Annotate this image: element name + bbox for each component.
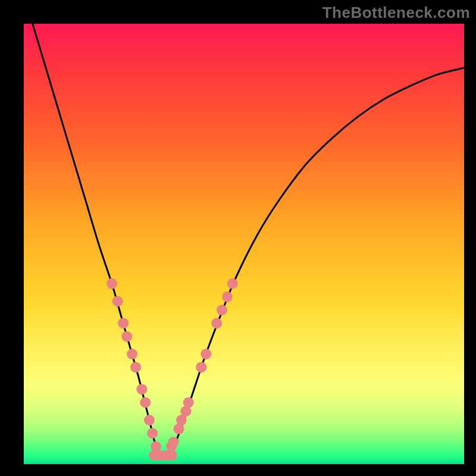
- watermark-text: TheBottleneck.com: [322, 4, 470, 22]
- marker-data-points-bottom: [163, 450, 177, 460]
- marker-data-points-left: [118, 318, 129, 328]
- marker-data-points-left: [144, 415, 155, 425]
- marker-data-points-left: [130, 362, 141, 372]
- marker-data-points-left: [140, 397, 151, 408]
- marker-data-points-right: [211, 318, 222, 328]
- marker-data-points-right: [201, 349, 211, 359]
- marker-data-points-left: [136, 384, 147, 394]
- marker-data-points-right: [196, 362, 206, 372]
- marker-data-points-right: [183, 397, 194, 408]
- marker-data-points-right: [227, 278, 238, 289]
- marker-layer: [107, 278, 238, 461]
- marker-data-points-left: [127, 349, 137, 359]
- curve-layer: [33, 24, 464, 456]
- series-bottleneck-curve: [33, 24, 464, 456]
- chart-svg: [24, 24, 464, 464]
- marker-data-points-right: [217, 305, 227, 315]
- marker-data-points-left: [107, 278, 117, 289]
- marker-data-points-left: [121, 331, 132, 342]
- plot-area: [24, 24, 464, 464]
- marker-data-points-left: [112, 296, 123, 306]
- marker-data-points-left: [151, 441, 161, 452]
- marker-data-points-right: [168, 437, 179, 447]
- marker-data-points-left: [147, 428, 158, 439]
- chart-frame: TheBottleneck.com: [0, 0, 476, 476]
- marker-data-points-right: [222, 292, 233, 302]
